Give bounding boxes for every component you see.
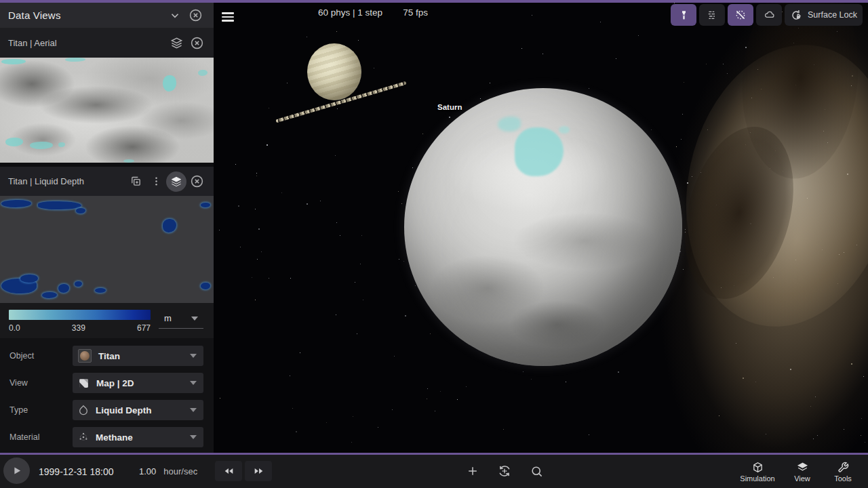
view-title: Titan | Liquid Depth [8, 176, 84, 186]
view-mode-dropdown[interactable]: Map | 2D [73, 373, 203, 393]
layers-button-active[interactable] [166, 171, 186, 192]
duplicate-view-button[interactable] [125, 171, 146, 192]
close-view-button[interactable] [186, 33, 207, 53]
property-row-type: Type Liquid Depth [0, 396, 214, 424]
property-label: Object [9, 351, 34, 361]
active-circle [166, 171, 186, 192]
caret-down-icon [190, 408, 197, 412]
property-row-material: Material Methane [0, 424, 214, 451]
cube-icon [752, 462, 764, 473]
performance-stats: 60 phys | 1 step 75 fps [214, 7, 532, 18]
layers-button[interactable] [166, 33, 186, 53]
timeline-bar: 1999-12-31 18:00 1.00 hour/sec Simulatio… [0, 455, 868, 488]
space-viewport[interactable]: Saturn 60 phys | 1 step 75 fps Surface L… [214, 3, 868, 453]
cloud-icon [763, 9, 776, 20]
accent-bottom-strip [0, 453, 868, 455]
data-views-panel: Data Views Titan | Aerial Titan | Liquid… [0, 3, 214, 453]
reset-view-button[interactable] [494, 462, 515, 481]
depth-patch [95, 288, 106, 293]
titan-planet[interactable] [404, 88, 682, 366]
lake-patch [198, 70, 208, 76]
saturn-label: Saturn [437, 103, 462, 111]
close-icon [189, 8, 203, 22]
depth-patch [76, 208, 85, 214]
simulation-menu-button[interactable]: Simulation [733, 458, 782, 485]
molecule-icon [78, 432, 89, 443]
close-icon [190, 36, 204, 50]
layers-icon [171, 37, 182, 49]
kebab-menu-icon [151, 176, 161, 186]
data-overlay-button[interactable] [699, 4, 725, 26]
lake-patch [5, 138, 23, 146]
layers-icon [171, 176, 182, 187]
colorbar-legend: 0.0 339 677 m [0, 303, 214, 338]
search-button[interactable] [526, 462, 547, 481]
property-row-view: View Map | 2D [0, 369, 214, 396]
caret-down-icon [190, 354, 197, 358]
lake-patch [30, 142, 53, 149]
speed-up-button[interactable] [245, 461, 272, 481]
tools-menu-button[interactable]: Tools [818, 458, 867, 485]
data-type-dropdown[interactable]: Liquid Depth [73, 400, 203, 420]
lake-patch [1, 59, 26, 64]
aerial-map-thumbnail[interactable] [0, 58, 214, 163]
wrench-icon [837, 462, 849, 473]
surface-lock-label: Surface Lock [808, 10, 857, 20]
methane-lake-patch [498, 117, 521, 131]
depth-patch [38, 201, 81, 209]
view-menu-button[interactable] [146, 171, 166, 192]
accent-top-strip [0, 0, 868, 3]
menu-label: View [794, 474, 810, 483]
unit-select[interactable]: m [159, 308, 203, 329]
titan-thumbnail-icon [78, 349, 92, 363]
play-icon [12, 466, 22, 476]
saturn-sphere [307, 43, 361, 100]
data-readout-icon [706, 9, 718, 20]
effects-disabled-button[interactable] [728, 4, 753, 26]
colorbar-gradient [9, 310, 151, 320]
slow-down-button[interactable] [215, 461, 242, 481]
methane-lake-patch [559, 126, 570, 134]
view-header-titan-liquid-depth[interactable]: Titan | Liquid Depth [0, 167, 214, 196]
play-button[interactable] [3, 458, 30, 484]
object-dropdown[interactable]: Titan [73, 346, 203, 366]
clouds-button[interactable] [756, 4, 782, 26]
property-label: Type [9, 405, 28, 415]
flashlight-icon [679, 9, 689, 21]
colorbar-labels: 0.0 339 677 [9, 323, 151, 333]
view-properties: Object Titan View Map | 2D Type Liquid D… [0, 338, 214, 451]
close-panel-button[interactable] [185, 5, 205, 26]
surface-lock-icon [790, 9, 803, 22]
simulation-speed[interactable]: 1.00 hour/sec [139, 455, 197, 488]
methane-lake-patch [515, 127, 564, 176]
property-row-object: Object Titan [0, 342, 214, 369]
lake-patch [65, 58, 85, 62]
dropdown-value: Map | 2D [96, 378, 134, 388]
map-2d-icon [78, 378, 90, 389]
depth-patch [163, 219, 176, 232]
lake-patch [163, 75, 176, 92]
liquid-depth-map-thumbnail[interactable] [0, 196, 214, 303]
rewind-icon [223, 466, 235, 476]
collapse-panel-button[interactable] [165, 5, 185, 26]
depth-patch [201, 203, 210, 207]
view-header-titan-aerial[interactable]: Titan | Aerial [0, 28, 214, 58]
material-dropdown[interactable]: Methane [73, 427, 203, 447]
chevron-down-icon [169, 9, 181, 22]
depth-patch [75, 281, 82, 287]
depth-patch [201, 283, 210, 289]
close-view-button[interactable] [186, 171, 207, 192]
viewport-toolbar: Surface Lock [671, 4, 863, 26]
layers-icon [797, 462, 808, 473]
fps-counter: 75 fps [403, 7, 428, 18]
plus-icon [466, 464, 479, 478]
surface-lock-button[interactable]: Surface Lock [785, 4, 863, 26]
search-icon [530, 465, 543, 478]
saturn-planet[interactable]: Saturn [281, 35, 424, 113]
add-object-button[interactable] [462, 462, 483, 481]
physics-rate: 60 phys | 1 step [318, 7, 382, 18]
panel-title: Data Views [8, 9, 61, 21]
flashlight-button[interactable] [671, 4, 696, 26]
duplicate-icon [130, 176, 142, 187]
simulation-datetime[interactable]: 1999-12-31 18:00 [39, 455, 114, 488]
